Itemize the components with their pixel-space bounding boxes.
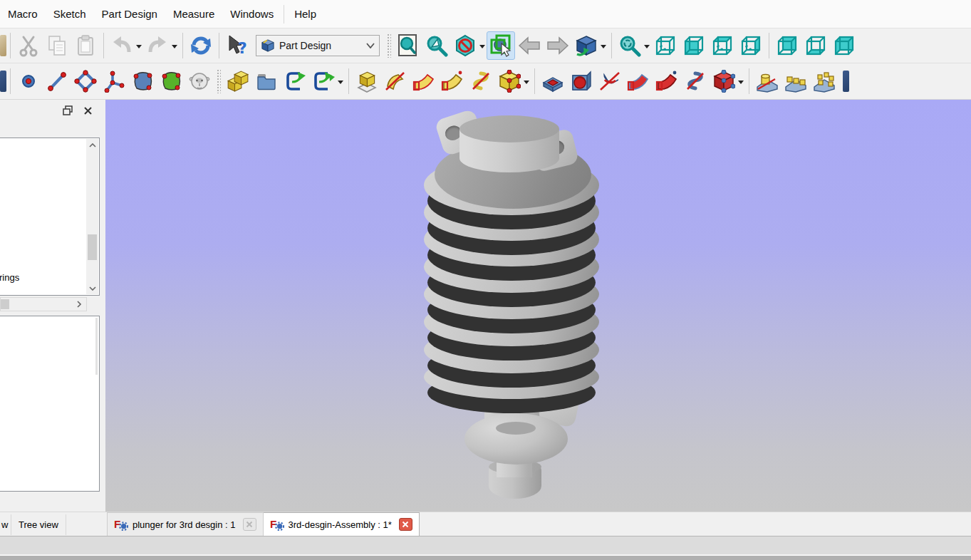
scroll-up-icon[interactable]	[86, 139, 98, 151]
zoom-to-selection-button[interactable]	[422, 31, 451, 60]
subtractive-helix-button[interactable]	[681, 67, 710, 95]
panel-tab-clipped[interactable]: w	[0, 514, 11, 535]
whats-this-button[interactable]: ?	[223, 31, 251, 60]
menu-help[interactable]: Help	[286, 1, 324, 26]
create-local-coordinate-system-button[interactable]	[100, 67, 128, 95]
shape-binder-icon	[131, 70, 154, 93]
undo-dropdown[interactable]	[136, 45, 142, 51]
groove-button[interactable]	[596, 67, 624, 95]
clipped-toolbar-icon-2[interactable]	[0, 71, 6, 92]
bottom-view-cube-icon	[804, 34, 827, 57]
additive-primitive-dropdown[interactable]	[524, 81, 529, 87]
model-tree-view[interactable]: rings	[0, 138, 100, 296]
back-arrow-icon	[518, 34, 541, 57]
menu-measure[interactable]: Measure	[165, 1, 222, 26]
create-datum-point-button[interactable]	[14, 67, 43, 95]
create-datum-plane-button[interactable]	[71, 67, 100, 95]
cut-button[interactable]	[14, 31, 43, 60]
freecad-file-icon: F	[114, 518, 128, 531]
polar-pattern-button[interactable]	[810, 67, 838, 95]
undo-button[interactable]	[108, 31, 136, 60]
subtractive-primitive-button[interactable]	[710, 67, 738, 95]
tree-item-label[interactable]: rings	[0, 272, 19, 283]
fit-selection-button[interactable]	[616, 31, 644, 60]
copy-button[interactable]	[43, 31, 71, 60]
clipping-dropdown[interactable]	[479, 45, 485, 51]
panel-tab-tree-view[interactable]: Tree view	[11, 514, 66, 535]
create-sub-shape-binder-button[interactable]	[157, 67, 185, 95]
create-group-button[interactable]	[252, 67, 281, 95]
top-view-cube-icon	[711, 34, 734, 57]
map-sketch-to-face-button[interactable]	[281, 67, 309, 95]
rear-view-cube-icon	[776, 34, 799, 57]
paste-button[interactable]	[71, 31, 100, 60]
menu-windows[interactable]: Windows	[222, 1, 281, 26]
document-tab-plunger[interactable]: F plunger for 3rd desgin : 1	[107, 512, 264, 536]
create-body-button[interactable]	[224, 67, 252, 95]
close-tab-button[interactable]	[243, 518, 256, 531]
clipping-plane-button[interactable]	[451, 31, 479, 60]
set-isometric-view-button[interactable]	[572, 31, 601, 60]
refresh-icon	[189, 34, 212, 57]
sketch-tools-dropdown[interactable]	[338, 81, 343, 87]
rear-view-button[interactable]	[773, 31, 801, 60]
fit-all-button[interactable]	[394, 31, 422, 60]
close-icon	[83, 106, 93, 115]
axonometric-view-button[interactable]	[651, 31, 680, 60]
create-datum-line-button[interactable]	[43, 67, 71, 95]
front-view-button[interactable]	[680, 31, 708, 60]
pad-button[interactable]	[353, 67, 381, 95]
menu-macro[interactable]: Macro	[0, 1, 46, 26]
bottom-view-button[interactable]	[801, 31, 830, 60]
select-navigation-style-button[interactable]	[487, 31, 515, 60]
model-collar-recess	[496, 422, 536, 435]
tree-vertical-scrollbar[interactable]	[86, 139, 98, 294]
scrollbar-thumb[interactable]	[88, 234, 97, 260]
plunger-model[interactable]	[105, 100, 971, 512]
top-view-button[interactable]	[708, 31, 737, 60]
back-button[interactable]	[515, 31, 544, 60]
redo-dropdown[interactable]	[172, 45, 177, 51]
pocket-button[interactable]	[539, 67, 567, 95]
document-tab-assembly[interactable]: F 3rd-desgin-Assembly : 1*	[264, 512, 420, 536]
hole-button[interactable]	[567, 67, 596, 95]
additive-helix-button[interactable]	[467, 67, 495, 95]
additive-primitive-button[interactable]	[495, 67, 524, 95]
scroll-down-icon[interactable]	[86, 282, 98, 294]
additive-loft-button[interactable]	[410, 67, 438, 95]
fit-selection-dropdown[interactable]	[644, 45, 650, 51]
datum-line-icon	[46, 70, 68, 93]
h-scrollbar-thumb[interactable]	[1, 299, 9, 309]
subtractive-primitive-dropdown[interactable]	[738, 81, 744, 87]
mirrored-button[interactable]	[753, 67, 782, 95]
close-panel-button[interactable]	[81, 104, 94, 117]
redo-button[interactable]	[143, 31, 172, 60]
clipped-toolbar-icon[interactable]	[0, 35, 6, 56]
right-view-button[interactable]	[737, 31, 765, 60]
property-scrollbar[interactable]	[95, 318, 98, 375]
workbench-selector[interactable]: Part Design	[256, 35, 380, 56]
left-view-button[interactable]	[830, 31, 858, 60]
property-editor-panel[interactable]	[0, 316, 100, 492]
revolution-button[interactable]	[381, 67, 410, 95]
create-shape-binder-button[interactable]	[128, 67, 157, 95]
subtractive-loft-button[interactable]	[624, 67, 653, 95]
refresh-button[interactable]	[187, 31, 215, 60]
isometric-view-dropdown[interactable]	[601, 45, 606, 51]
tree-horizontal-scrollbar[interactable]	[0, 297, 87, 311]
validate-sketch-button[interactable]	[309, 67, 338, 95]
chevron-down-icon	[366, 43, 375, 48]
scroll-right-icon[interactable]	[73, 299, 85, 310]
clipped-multitransform-icon[interactable]	[843, 71, 849, 92]
3d-viewport[interactable]	[105, 100, 971, 512]
menu-part-design[interactable]: Part Design	[94, 1, 165, 26]
close-tab-button[interactable]	[399, 518, 412, 531]
float-panel-button[interactable]	[61, 104, 74, 117]
forward-button[interactable]	[544, 31, 572, 60]
subtractive-pipe-button[interactable]	[653, 67, 681, 95]
additive-pipe-button[interactable]	[438, 67, 467, 95]
linear-pattern-button[interactable]	[782, 67, 810, 95]
left-view-cube-icon	[833, 34, 856, 57]
menu-sketch[interactable]: Sketch	[46, 1, 94, 26]
create-clone-button[interactable]	[185, 67, 214, 95]
